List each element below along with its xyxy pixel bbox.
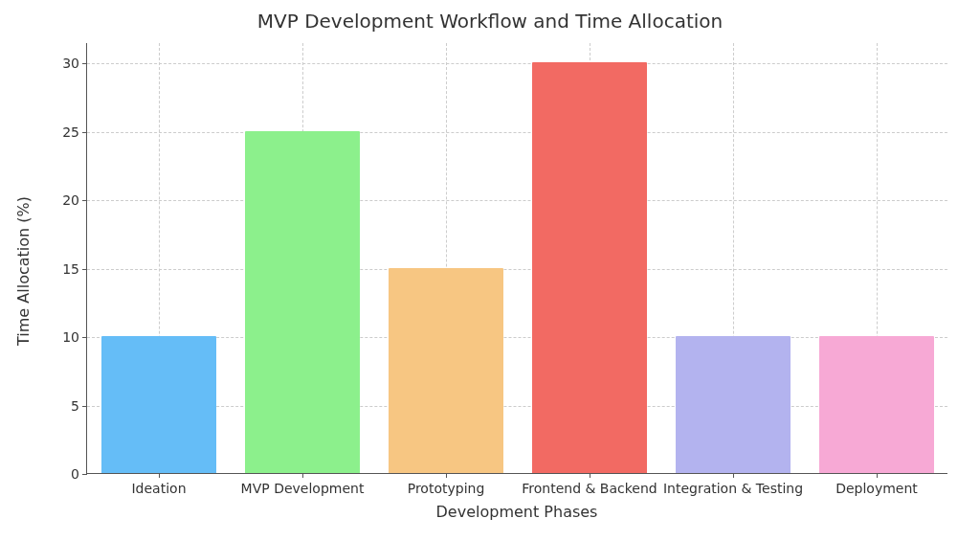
y-gridline	[87, 132, 947, 133]
y-tick-label: 15	[62, 261, 79, 277]
y-tick-label: 0	[71, 466, 79, 482]
y-tick-label: 20	[62, 192, 79, 208]
y-tick	[82, 132, 87, 133]
y-tick	[82, 63, 87, 64]
y-tick-label: 30	[62, 56, 79, 71]
x-tick-label: Ideation	[131, 481, 186, 496]
x-tick	[446, 473, 447, 478]
x-axis-label: Development Phases	[86, 503, 947, 521]
y-gridline	[87, 269, 947, 270]
x-tick-label: MVP Development	[241, 481, 365, 496]
y-tick-label: 5	[71, 398, 79, 414]
y-tick	[82, 474, 87, 475]
y-tick	[82, 337, 87, 338]
bar	[245, 131, 360, 473]
plot-area: 051015202530IdeationMVP DevelopmentProto…	[86, 43, 947, 474]
y-tick	[82, 200, 87, 201]
x-tick	[302, 473, 303, 478]
bar	[389, 268, 503, 473]
x-tick	[733, 473, 734, 478]
bar	[101, 336, 216, 473]
x-tick	[590, 473, 590, 478]
chart-title: MVP Development Workflow and Time Alloca…	[0, 10, 980, 33]
x-tick-label: Prototyping	[408, 481, 485, 496]
x-tick-label: Frontend & Backend	[522, 481, 657, 496]
y-gridline	[87, 200, 947, 201]
y-tick	[82, 269, 87, 270]
x-tick	[877, 473, 878, 478]
x-tick	[159, 473, 160, 478]
x-tick-label: Integration & Testing	[663, 481, 803, 496]
x-tick-label: Deployment	[835, 481, 918, 496]
bar	[676, 336, 791, 473]
y-tick	[82, 406, 87, 407]
bar	[819, 336, 934, 473]
y-tick-label: 10	[62, 329, 79, 345]
bar	[532, 62, 647, 473]
y-gridline	[87, 63, 947, 64]
y-tick-label: 25	[62, 124, 79, 140]
chart-container: MVP Development Workflow and Time Alloca…	[0, 0, 980, 541]
y-axis-label: Time Allocation (%)	[14, 196, 33, 346]
